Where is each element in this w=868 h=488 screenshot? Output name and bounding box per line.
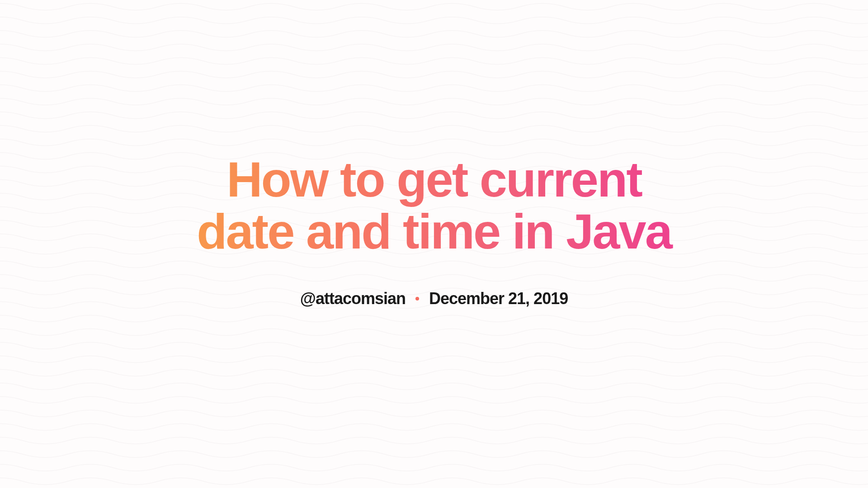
card-content: How to get current date and time in Java… bbox=[185, 153, 683, 308]
publish-date: December 21, 2019 bbox=[429, 289, 568, 308]
article-meta: @attacomsian December 21, 2019 bbox=[300, 289, 568, 308]
author-handle: @attacomsian bbox=[300, 289, 406, 308]
article-title: How to get current date and time in Java bbox=[185, 153, 683, 258]
dot-separator-icon bbox=[415, 297, 419, 300]
